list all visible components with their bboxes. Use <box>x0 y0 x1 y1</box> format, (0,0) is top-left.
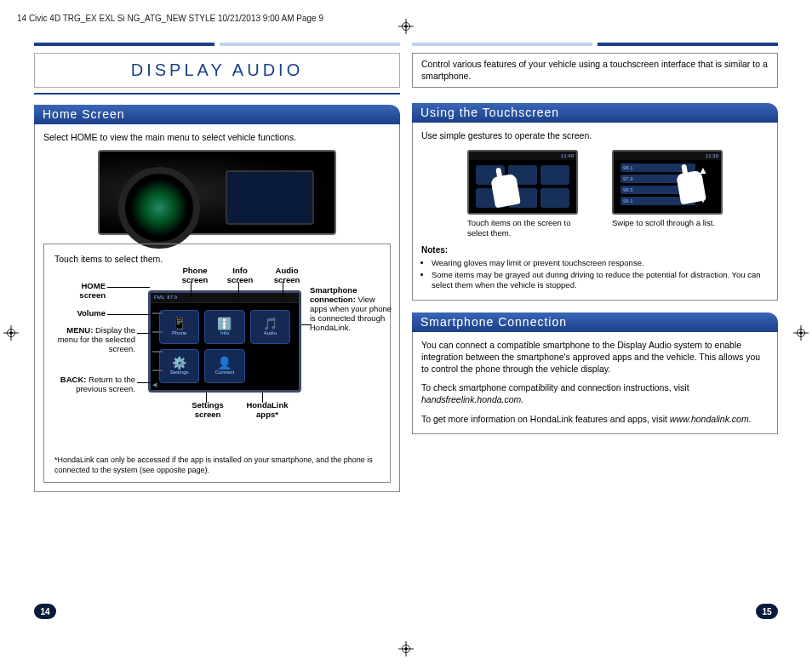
swipe-caption: Swipe to scroll through a list. <box>612 218 723 227</box>
tap-caption: Touch items on the screen to select them… <box>467 218 578 238</box>
print-header: 14 Civic 4D TRG_EX EXL Si NG_ATG_NEW STY… <box>17 14 323 23</box>
label-audio: Audio screen <box>266 267 308 285</box>
touchscreen-body: Use simple gestures to operate the scree… <box>412 123 778 300</box>
callout-hint: Touch items to select them. <box>54 253 380 265</box>
hand-tap-icon <box>490 174 521 209</box>
touchscreen-side-buttons <box>151 293 168 390</box>
main-title: DISPLAY AUDIO <box>131 60 303 79</box>
label-hondalink: HondaLink apps* <box>237 401 297 420</box>
registration-mark-left <box>3 325 19 341</box>
touchscreen-callout: Touch items to select them. FM1 87.9 📱Ph… <box>43 244 391 483</box>
hand-swipe-icon <box>676 170 706 205</box>
notes-list: Wearing gloves may limit or prevent touc… <box>421 258 769 291</box>
svg-point-11 <box>9 331 13 335</box>
home-lead: Select HOME to view the main menu to sel… <box>43 131 391 143</box>
connect-icon: 👤Connect <box>204 349 244 383</box>
dashboard-photo <box>98 150 336 235</box>
label-phone: Phone screen <box>174 267 216 285</box>
label-back: BACK: Return to the previous screen. <box>54 375 135 394</box>
label-settings: Settings screen <box>182 401 233 420</box>
touchscreen-diagram: FM1 87.9 📱Phone ℹ️Info 🎵Audio ⚙️Settings… <box>54 273 380 444</box>
left-page: DISPLAY AUDIO Home Screen Select HOME to… <box>34 43 400 622</box>
touchscreen-mock: FM1 87.9 📱Phone ℹ️Info 🎵Audio ⚙️Settings… <box>148 290 301 393</box>
touch-example-tap: 11:40 Touch items on the screen to selec… <box>467 150 578 238</box>
main-title-box: DISPLAY AUDIO <box>34 53 400 88</box>
right-page: Control various features of your vehicle… <box>412 43 778 622</box>
label-info: Info screen <box>223 267 257 285</box>
note-item: Some items may be grayed out during driv… <box>432 270 769 291</box>
svg-point-7 <box>404 647 408 651</box>
touch-lead: Use simple gestures to operate the scree… <box>421 129 769 141</box>
smartphone-p2: To check smartphone compatibility and co… <box>421 381 769 405</box>
back-corner-icon: ◀ <box>152 381 157 388</box>
title-rule <box>34 93 400 95</box>
label-volume: Volume <box>54 309 106 318</box>
svg-point-15 <box>799 331 803 335</box>
intro-box: Control various features of your vehicle… <box>412 53 778 88</box>
info-icon: ℹ️Info <box>204 310 244 344</box>
label-home: HOME screen <box>54 282 106 301</box>
touchscreen-statusbar: FM1 87.9 <box>151 293 299 303</box>
touch-example-swipe: 11:39 98.197.998.599.1 ▲▼ Swipe to scrol… <box>612 150 723 238</box>
svg-point-3 <box>404 25 408 28</box>
home-screen-body: Select HOME to view the main menu to sel… <box>34 124 400 492</box>
page-number-right: 15 <box>756 604 778 619</box>
notes-heading: Notes: <box>421 244 769 256</box>
decorative-bars <box>34 43 400 46</box>
registration-mark-top <box>398 19 414 34</box>
smartphone-body: You can connect a compatible smartphone … <box>412 332 778 434</box>
home-screen-heading: Home Screen <box>34 105 400 124</box>
decorative-bars <box>412 43 778 46</box>
hondalink-footnote: *HondaLink can only be accessed if the a… <box>54 456 380 475</box>
registration-mark-right <box>793 325 809 341</box>
smartphone-p1: You can connect a compatible smartphone … <box>421 339 769 375</box>
smartphone-heading: Smartphone Connection <box>412 312 778 332</box>
registration-mark-bottom <box>398 641 414 656</box>
label-menu: MENU: Display the menu for the selected … <box>54 326 135 354</box>
note-item: Wearing gloves may limit or prevent touc… <box>432 258 769 268</box>
smartphone-p3: To get more information on HondaLink fea… <box>421 413 769 425</box>
label-smartphone-conn: Smartphone connection: View apps when yo… <box>310 286 395 333</box>
audio-icon: 🎵Audio <box>250 310 290 344</box>
page-number-left: 14 <box>34 604 56 619</box>
touchscreen-heading: Using the Touchscreen <box>412 103 778 123</box>
